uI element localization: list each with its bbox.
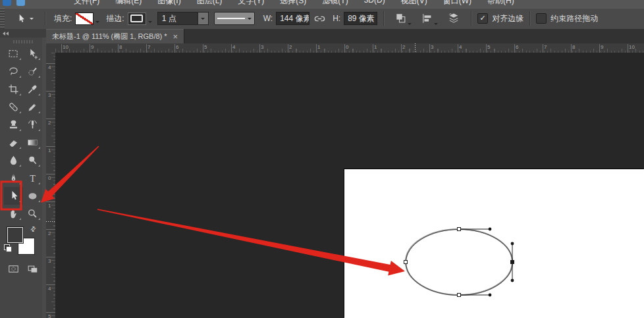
menu-item[interactable]: 文字(Y) (238, 0, 264, 7)
fill-swatch[interactable] (75, 13, 94, 25)
menu-item[interactable]: 帮助(H) (487, 0, 514, 7)
ruler-number: 4 (232, 44, 235, 50)
stroke-dropdown-caret-icon[interactable] (148, 21, 152, 23)
solid-line-icon (217, 18, 245, 19)
horizontal-ruler[interactable]: 10987654321012345678910 (55, 43, 644, 53)
menu-item[interactable]: 选择(S) (280, 0, 306, 7)
tool-crop-tool[interactable] (4, 80, 23, 98)
tool-preset-picker[interactable] (15, 13, 34, 24)
document-tab[interactable]: 未标题-1 @ 111% (椭圆 1, RGB/8) * × (46, 29, 184, 43)
ruler-number: 2 (289, 44, 292, 50)
tool-move-tool[interactable] (23, 45, 42, 63)
menu-item[interactable]: 3D(D) (364, 0, 385, 7)
tool-spot-healing-brush-tool[interactable] (4, 98, 23, 116)
check-icon: ✓ (480, 14, 486, 22)
ruler-number: 7 (148, 44, 150, 50)
separator (471, 11, 471, 26)
path-alignment-button[interactable] (421, 12, 438, 25)
tool-eyedropper-tool[interactable] (23, 80, 42, 98)
tool-lasso-tool[interactable] (4, 63, 23, 80)
constrain-path-drag-checkbox[interactable] (536, 13, 547, 24)
tools-panel-gripper[interactable] (13, 40, 33, 43)
tool-path-selection-tool[interactable] (4, 187, 23, 205)
app-icon[interactable] (3, 0, 11, 6)
shape-width-input[interactable]: 144 像素 (276, 12, 309, 25)
align-edges-checkbox[interactable]: ✓ (477, 13, 488, 24)
path-arrangement-icon (447, 12, 460, 25)
stroke-width-dropdown[interactable]: 1 点 (157, 12, 209, 25)
gradient-tool-icon (26, 136, 39, 149)
menu-item[interactable]: 图层(L) (197, 0, 223, 7)
crop-tool-icon (7, 83, 20, 95)
menu-item[interactable]: 图像(I) (157, 0, 180, 7)
ruler-number: 4 (459, 44, 462, 50)
blur-tool-icon (7, 154, 20, 167)
tool-history-brush-tool[interactable] (23, 116, 42, 134)
menu-item[interactable]: 视图(V) (401, 0, 427, 7)
menu-item[interactable]: 编辑(E) (115, 0, 142, 7)
constrain-path-drag-option[interactable]: 约束路径拖动 (536, 13, 598, 24)
photoshop-window: T 文件(F)编辑(E)图像(I)图层(L)文字(Y)选择(S)滤镜(T)3D(… (0, 0, 644, 318)
menu-item[interactable]: 滤镜(T) (322, 0, 348, 7)
path-alignment-icon (421, 12, 434, 25)
ruler-corner[interactable] (46, 43, 56, 53)
align-edges-label: 对齐边缘 (492, 13, 523, 24)
shape-height-input[interactable]: 89 像素 (344, 12, 377, 25)
tool-pencil-tool[interactable] (23, 98, 42, 116)
tool-pen-tool[interactable] (4, 169, 23, 187)
tool-clone-stamp-tool[interactable] (4, 116, 23, 134)
ruler-number: 4 (48, 286, 51, 292)
chevron-down-icon (201, 18, 205, 20)
ruler-number: 4 (48, 65, 51, 70)
lasso-tool-icon (7, 65, 20, 78)
stroke-width-caret-button[interactable] (198, 12, 209, 25)
chevron-down-icon (408, 23, 412, 25)
path-operations-button[interactable] (394, 12, 412, 25)
tool-eraser-tool[interactable] (4, 134, 23, 151)
tool-ellipse-tool[interactable] (23, 187, 42, 205)
menu-item[interactable]: 文件(F) (74, 0, 99, 7)
close-icon[interactable]: × (173, 32, 178, 41)
tool-quick-selection-tool[interactable] (23, 63, 42, 80)
link-dimensions-icon[interactable] (313, 13, 326, 25)
options-bar-gripper[interactable] (0, 8, 5, 29)
align-edges-option[interactable]: ✓ 对齐边缘 (477, 13, 523, 24)
fill-dropdown-caret-icon[interactable] (95, 21, 99, 23)
tool-dodge-tool[interactable] (23, 151, 42, 169)
tool-rectangular-marquee-tool[interactable] (4, 45, 23, 63)
eraser-tool-icon (7, 136, 20, 149)
stroke-width-value[interactable]: 1 点 (157, 12, 198, 25)
swap-colors-icon[interactable]: ⇄ (28, 225, 38, 234)
default-colors-icon[interactable] (4, 244, 12, 252)
tool-hand-tool[interactable] (4, 205, 23, 223)
ruler-number: 7 (544, 44, 547, 50)
stroke-preview-icon (130, 14, 143, 22)
vertical-ruler[interactable]: 4321012345 (46, 53, 56, 318)
stroke-style-dropdown[interactable] (214, 12, 255, 25)
width-label: W: (263, 14, 273, 23)
path-selection-arrow-icon (15, 13, 26, 24)
bridge-icon[interactable] (16, 0, 25, 6)
tool-blur-tool[interactable] (4, 151, 23, 169)
chevron-down-icon (434, 23, 438, 25)
ruler-number: 1 (48, 203, 51, 209)
screen-mode-icon (26, 263, 39, 275)
stroke-swatch[interactable] (128, 13, 146, 25)
move-tool-icon (26, 47, 39, 60)
quick-mask-icon (7, 263, 20, 275)
ruler-number: 6 (516, 44, 518, 50)
foreground-color-swatch[interactable] (7, 227, 23, 243)
screen-mode-button[interactable] (23, 261, 42, 277)
quick-mask-button[interactable] (4, 261, 23, 277)
ruler-number: 1 (317, 44, 320, 50)
tools-panel-header[interactable] (0, 29, 46, 38)
tool-type-tool[interactable] (23, 169, 42, 187)
tool-gradient-tool[interactable] (23, 134, 42, 151)
path-arrangement-button[interactable] (447, 12, 460, 25)
document-tab-bar: 未标题-1 @ 111% (椭圆 1, RGB/8) * × (46, 29, 644, 44)
document-canvas[interactable] (344, 169, 644, 318)
menu-item[interactable]: 窗口(W) (443, 0, 471, 7)
tool-zoom-tool[interactable] (23, 205, 42, 223)
toolbar-grid (4, 45, 42, 223)
quick-selection-tool-icon (26, 65, 39, 78)
